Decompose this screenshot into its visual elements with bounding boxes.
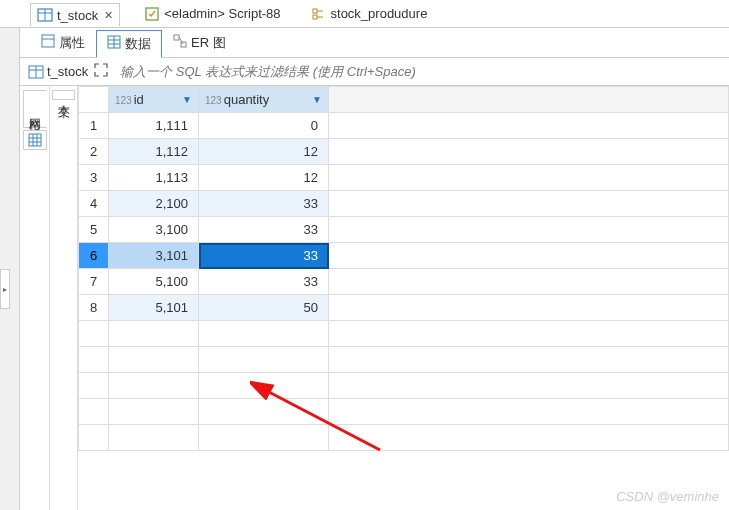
tab-label: 属性 <box>59 34 85 52</box>
row-number[interactable]: 8 <box>79 295 109 321</box>
cell-quantity[interactable]: 33 <box>199 243 329 269</box>
cell-quantity[interactable]: 12 <box>199 139 329 165</box>
tab-er-diagram[interactable]: ER 图 <box>162 29 237 57</box>
cell-empty <box>329 113 729 139</box>
svg-rect-8 <box>42 35 54 47</box>
svg-rect-5 <box>313 15 317 19</box>
table-icon <box>37 7 53 23</box>
svg-rect-20 <box>29 134 41 146</box>
row-number[interactable]: 4 <box>79 191 109 217</box>
table-icon <box>28 64 44 80</box>
cell-empty <box>329 243 729 269</box>
row-number[interactable]: 7 <box>79 269 109 295</box>
cell-quantity[interactable]: 50 <box>199 295 329 321</box>
grid-area: 网格 文本 ↕ 123id ▼ 123quan <box>20 86 729 510</box>
sort-icon[interactable]: ↕ <box>61 108 67 120</box>
tab-label: <eladmin> Script-88 <box>164 6 280 21</box>
chevron-down-icon[interactable]: ▼ <box>312 94 322 105</box>
tab-label: t_stock <box>57 8 98 23</box>
tab-label: 数据 <box>125 35 151 53</box>
cell-id[interactable]: 1,113 <box>109 165 199 191</box>
cell-id[interactable]: 2,100 <box>109 191 199 217</box>
empty-row <box>79 425 729 451</box>
column-header-id[interactable]: 123id ▼ <box>109 87 199 113</box>
left-gutter: ▸ <box>0 28 20 510</box>
number-type-icon: 123 <box>115 95 132 106</box>
cell-quantity[interactable]: 12 <box>199 165 329 191</box>
table-row[interactable]: 21,11212 <box>79 139 729 165</box>
cell-empty <box>329 217 729 243</box>
empty-row <box>79 347 729 373</box>
sql-icon <box>144 6 160 22</box>
cell-quantity[interactable]: 33 <box>199 269 329 295</box>
tab-script-88[interactable]: <eladmin> Script-88 <box>138 3 286 25</box>
view-grid-tab[interactable]: 网格 <box>23 90 47 128</box>
tab-label: ER 图 <box>191 34 226 52</box>
tab-t-stock[interactable]: t_stock ✕ <box>30 3 120 26</box>
data-grid[interactable]: 123id ▼ 123quantity ▼ 11,111021,1121231,… <box>78 86 729 510</box>
procedure-icon <box>311 6 327 22</box>
tab-data[interactable]: 数据 <box>96 30 162 58</box>
breadcrumb-table: t_stock <box>47 64 88 79</box>
empty-row <box>79 373 729 399</box>
table-row[interactable]: 53,10033 <box>79 217 729 243</box>
table-row[interactable]: 75,10033 <box>79 269 729 295</box>
close-icon[interactable]: ✕ <box>104 9 113 22</box>
cell-id[interactable]: 5,101 <box>109 295 199 321</box>
empty-row <box>79 321 729 347</box>
empty-row <box>79 399 729 425</box>
table-row[interactable]: 85,10150 <box>79 295 729 321</box>
grid-mode-icon[interactable] <box>23 130 47 150</box>
fullscreen-icon[interactable] <box>94 63 108 80</box>
cell-id[interactable]: 3,100 <box>109 217 199 243</box>
cell-empty <box>329 165 729 191</box>
cell-id[interactable]: 1,111 <box>109 113 199 139</box>
cell-empty <box>329 139 729 165</box>
row-number[interactable]: 5 <box>79 217 109 243</box>
table-row[interactable]: 63,10133 <box>79 243 729 269</box>
row-number[interactable]: 6 <box>79 243 109 269</box>
result-aux-tabs: 文本 ↕ <box>50 86 78 510</box>
tab-stock-produdure[interactable]: stock_produdure <box>305 3 434 25</box>
result-view-tabs: 网格 <box>20 86 50 510</box>
cell-empty <box>329 295 729 321</box>
cell-quantity[interactable]: 33 <box>199 191 329 217</box>
svg-rect-4 <box>313 9 317 13</box>
sql-filter-input[interactable] <box>114 62 729 81</box>
tab-properties[interactable]: 属性 <box>30 29 96 57</box>
properties-icon <box>41 34 55 51</box>
tab-label: stock_produdure <box>331 6 428 21</box>
view-tabs: 属性 数据 ER 图 <box>20 28 729 58</box>
er-icon <box>173 34 187 51</box>
data-icon <box>107 35 121 52</box>
editor-tabs: t_stock ✕ <eladmin> Script-88 stock_prod… <box>0 0 729 28</box>
cell-empty <box>329 269 729 295</box>
breadcrumb[interactable]: t_stock <box>28 64 88 80</box>
cell-quantity[interactable]: 0 <box>199 113 329 139</box>
row-number[interactable]: 1 <box>79 113 109 139</box>
table-row[interactable]: 31,11312 <box>79 165 729 191</box>
column-header-quantity[interactable]: 123quantity ▼ <box>199 87 329 113</box>
cell-id[interactable]: 1,112 <box>109 139 199 165</box>
table-row[interactable]: 42,10033 <box>79 191 729 217</box>
corner-cell <box>79 87 109 113</box>
column-spacer <box>329 87 729 113</box>
svg-rect-14 <box>174 35 179 40</box>
view-text-tab[interactable]: 文本 <box>52 90 75 100</box>
table-row[interactable]: 11,1110 <box>79 113 729 139</box>
row-number[interactable]: 2 <box>79 139 109 165</box>
row-number[interactable]: 3 <box>79 165 109 191</box>
cell-id[interactable]: 3,101 <box>109 243 199 269</box>
cell-empty <box>329 191 729 217</box>
cell-id[interactable]: 5,100 <box>109 269 199 295</box>
chevron-down-icon[interactable]: ▼ <box>182 94 192 105</box>
number-type-icon: 123 <box>205 95 222 106</box>
filter-bar: t_stock <box>20 58 729 86</box>
expand-panel-button[interactable]: ▸ <box>0 269 10 309</box>
cell-quantity[interactable]: 33 <box>199 217 329 243</box>
watermark: CSDN @veminhe <box>616 489 719 504</box>
